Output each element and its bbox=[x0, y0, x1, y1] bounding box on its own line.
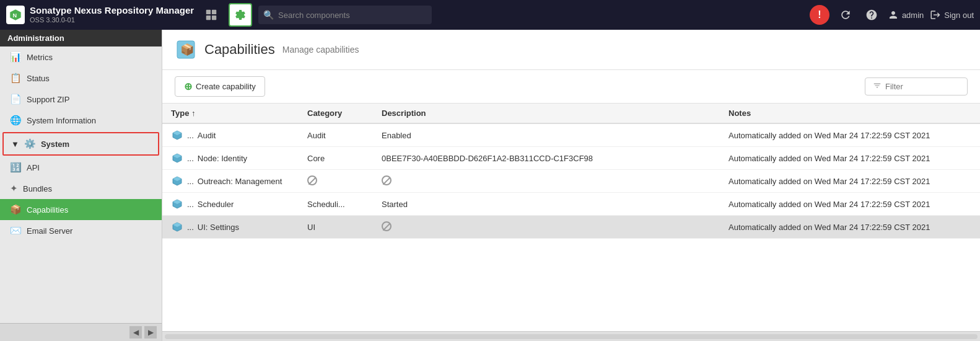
sidebar-item-api[interactable]: 🔢 API bbox=[0, 157, 162, 178]
content-header-icon: 📦 bbox=[175, 38, 197, 61]
table-row[interactable]: ... Node: Identity Core 0BEE7F30-A40EBBD… bbox=[162, 147, 980, 170]
create-capability-button[interactable]: ⊕ Create capability bbox=[175, 76, 265, 97]
admin-gear-button[interactable] bbox=[229, 3, 252, 27]
sidebar-item-metrics[interactable]: 📊 Metrics bbox=[0, 46, 162, 68]
bundles-icon: ✦ bbox=[10, 183, 18, 194]
sidebar-item-label-support-zip: Support ZIP bbox=[27, 95, 69, 104]
cell-description: 0BEE7F30-A40EBBDD-D626F1A2-BB311CCD-C1F3… bbox=[373, 147, 720, 170]
sidebar-item-label-system-information: System Information bbox=[27, 116, 96, 125]
row-capability-icon bbox=[171, 152, 183, 164]
main-layout: Administration 📊 Metrics 📋 Status 📄 Supp… bbox=[0, 30, 980, 341]
col-description: Description bbox=[373, 104, 720, 123]
table-row[interactable]: ... UI: Settings UI Automatically added … bbox=[162, 216, 980, 239]
cell-notes: Automatically added on Wed Mar 24 17:22:… bbox=[720, 216, 980, 239]
table-row[interactable]: ... Outreach: Management Automatically a… bbox=[162, 170, 980, 193]
cell-description bbox=[373, 170, 720, 193]
sidebar-item-label-metrics: Metrics bbox=[27, 53, 53, 62]
sidebar-item-email-server[interactable]: ✉️ Email Server bbox=[0, 220, 162, 241]
scroll-right-button[interactable]: ▶ bbox=[144, 326, 157, 339]
help-icon[interactable] bbox=[862, 5, 882, 25]
row-capability-icon bbox=[171, 175, 183, 187]
sidebar-item-label-api: API bbox=[27, 163, 40, 172]
cell-notes: Automatically added on Wed Mar 24 17:22:… bbox=[720, 193, 980, 216]
content-header: 📦 Capabilities Manage capabilities bbox=[162, 30, 980, 70]
cell-notes: Automatically added on Wed Mar 24 17:22:… bbox=[720, 147, 980, 170]
sidebar-scroll-arrows: ◀ ▶ bbox=[0, 323, 162, 341]
sidebar-header: Administration bbox=[0, 30, 162, 46]
main-content: 📦 Capabilities Manage capabilities ⊕ Cre… bbox=[162, 30, 980, 341]
app-logo: N Sonatype Nexus Repository Manager OSS … bbox=[6, 5, 194, 24]
filter-wrap bbox=[865, 78, 968, 95]
sidebar-item-capabilities[interactable]: 📦 Capabilities bbox=[0, 199, 162, 220]
svg-rect-3 bbox=[212, 10, 216, 14]
svg-rect-2 bbox=[206, 10, 211, 14]
svg-rect-5 bbox=[212, 16, 216, 20]
api-icon: 🔢 bbox=[10, 162, 22, 173]
col-category: Category bbox=[299, 104, 373, 123]
sidebar-item-label-bundles: Bundles bbox=[23, 184, 52, 193]
alert-icon[interactable]: ! bbox=[810, 5, 829, 25]
capabilities-icon: 📦 bbox=[10, 204, 22, 215]
sidebar-item-system-information[interactable]: 🌐 System Information bbox=[0, 110, 162, 131]
logo-icon: N bbox=[6, 6, 25, 24]
user-menu[interactable]: admin bbox=[888, 9, 924, 20]
scroll-track bbox=[165, 334, 978, 339]
support-zip-icon: 📄 bbox=[10, 94, 22, 105]
cell-type: ... Audit bbox=[162, 123, 299, 147]
browse-button[interactable] bbox=[200, 4, 222, 26]
topnav: N Sonatype Nexus Repository Manager OSS … bbox=[0, 0, 980, 30]
row-capability-icon bbox=[171, 221, 183, 233]
email-server-icon: ✉️ bbox=[10, 225, 22, 236]
sidebar-item-bundles[interactable]: ✦ Bundles bbox=[0, 178, 162, 199]
refresh-icon[interactable] bbox=[836, 5, 855, 25]
system-icon: ⚙️ bbox=[24, 138, 36, 149]
metrics-icon: 📊 bbox=[10, 51, 22, 63]
plus-icon: ⊕ bbox=[184, 81, 192, 92]
svg-text:📦: 📦 bbox=[180, 43, 195, 56]
sidebar: Administration 📊 Metrics 📋 Status 📄 Supp… bbox=[0, 30, 162, 341]
horizontal-scrollbar[interactable] bbox=[162, 331, 980, 341]
sidebar-item-system[interactable]: ▼ ⚙️ System bbox=[2, 132, 159, 156]
sidebar-item-label-email-server: Email Server bbox=[27, 226, 72, 236]
signout-label: Sign out bbox=[944, 11, 974, 20]
cell-category: Core bbox=[299, 147, 373, 170]
cell-notes: Automatically added on Wed Mar 24 17:22:… bbox=[720, 123, 980, 147]
filter-icon bbox=[873, 81, 882, 92]
scroll-left-button[interactable]: ◀ bbox=[129, 326, 142, 339]
row-capability-icon bbox=[171, 129, 183, 141]
search-wrap: 🔍 bbox=[258, 6, 388, 24]
sidebar-item-label-system: System bbox=[41, 140, 69, 149]
table-body: ... Audit Audit Enabled Automatically ad… bbox=[162, 123, 980, 239]
col-type: Type ↑ bbox=[162, 104, 299, 123]
app-name: Sonatype Nexus Repository Manager bbox=[30, 5, 194, 16]
blocked-desc-icon bbox=[382, 221, 392, 231]
cell-category bbox=[299, 170, 373, 193]
cell-category: Scheduli... bbox=[299, 193, 373, 216]
col-notes: Notes bbox=[720, 104, 980, 123]
capabilities-table: Type ↑ Category Description Notes ... Au… bbox=[162, 104, 980, 239]
cell-notes: Automatically added on Wed Mar 24 17:22:… bbox=[720, 170, 980, 193]
table-row[interactable]: ... Scheduler Scheduli... Started Automa… bbox=[162, 193, 980, 216]
sidebar-item-status[interactable]: 📋 Status bbox=[0, 68, 162, 89]
sidebar-item-label-status: Status bbox=[27, 74, 50, 83]
sidebar-item-support-zip[interactable]: 📄 Support ZIP bbox=[0, 89, 162, 110]
filter-input[interactable] bbox=[885, 82, 960, 91]
cell-description: Started bbox=[373, 193, 720, 216]
svg-text:N: N bbox=[12, 12, 17, 19]
cell-type: ... UI: Settings bbox=[162, 216, 299, 239]
search-input[interactable] bbox=[258, 6, 432, 24]
status-icon: 📋 bbox=[10, 73, 22, 84]
cell-description bbox=[373, 216, 720, 239]
table-header: Type ↑ Category Description Notes bbox=[162, 104, 980, 123]
row-capability-icon bbox=[171, 198, 183, 210]
toolbar: ⊕ Create capability bbox=[162, 70, 980, 104]
table-row[interactable]: ... Audit Audit Enabled Automatically ad… bbox=[162, 123, 980, 147]
svg-rect-4 bbox=[206, 16, 211, 20]
app-version: OSS 3.30.0-01 bbox=[30, 16, 194, 24]
sidebar-item-label-capabilities: Capabilities bbox=[27, 205, 68, 215]
create-button-label: Create capability bbox=[196, 82, 256, 91]
cell-category: UI bbox=[299, 216, 373, 239]
page-subtitle: Manage capabilities bbox=[282, 45, 359, 55]
cell-description: Enabled bbox=[373, 123, 720, 147]
signout-button[interactable]: Sign out bbox=[930, 9, 974, 20]
